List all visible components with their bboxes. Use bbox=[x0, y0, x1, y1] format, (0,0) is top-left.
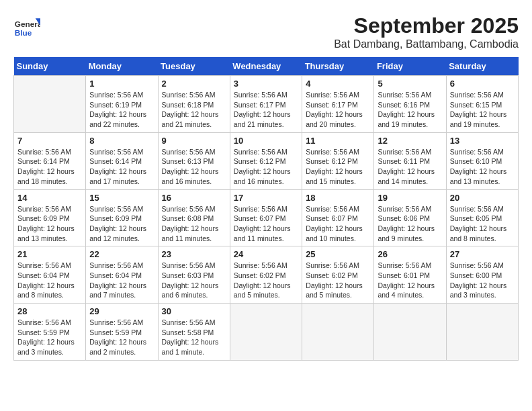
day-number: 23 bbox=[162, 249, 226, 259]
day-number: 5 bbox=[378, 79, 442, 89]
day-info: Sunrise: 5:56 AM Sunset: 6:02 PM Dayligh… bbox=[234, 261, 298, 300]
day-info: Sunrise: 5:56 AM Sunset: 6:14 PM Dayligh… bbox=[89, 147, 154, 187]
day-info: Sunrise: 5:56 AM Sunset: 6:17 PM Dayligh… bbox=[306, 90, 370, 130]
weekday-header-saturday: Saturday bbox=[446, 57, 518, 76]
calendar-cell: 20Sunrise: 5:56 AM Sunset: 6:05 PM Dayli… bbox=[446, 189, 518, 246]
day-info: Sunrise: 5:56 AM Sunset: 6:01 PM Dayligh… bbox=[378, 261, 442, 300]
day-info: Sunrise: 5:56 AM Sunset: 6:02 PM Dayligh… bbox=[306, 261, 370, 300]
day-number: 19 bbox=[378, 193, 442, 203]
day-number: 16 bbox=[162, 193, 226, 203]
day-info: Sunrise: 5:56 AM Sunset: 6:04 PM Dayligh… bbox=[89, 261, 154, 300]
day-number: 30 bbox=[162, 306, 226, 316]
calendar-cell: 11Sunrise: 5:56 AM Sunset: 6:12 PM Dayli… bbox=[302, 132, 374, 189]
day-info: Sunrise: 5:56 AM Sunset: 6:08 PM Dayligh… bbox=[162, 204, 226, 244]
calendar-cell: 24Sunrise: 5:56 AM Sunset: 6:02 PM Dayli… bbox=[230, 246, 302, 304]
calendar-cell: 23Sunrise: 5:56 AM Sunset: 6:03 PM Dayli… bbox=[158, 246, 230, 304]
title-block: September 2025 Bat Dambang, Battambang, … bbox=[334, 13, 519, 50]
calendar-cell: 2Sunrise: 5:56 AM Sunset: 6:18 PM Daylig… bbox=[158, 76, 230, 133]
day-info: Sunrise: 5:56 AM Sunset: 6:07 PM Dayligh… bbox=[306, 204, 370, 244]
day-info: Sunrise: 5:56 AM Sunset: 6:04 PM Dayligh… bbox=[17, 261, 82, 300]
day-number: 3 bbox=[234, 79, 298, 89]
day-number: 12 bbox=[378, 136, 442, 146]
weekday-header-tuesday: Tuesday bbox=[158, 57, 230, 76]
calendar-cell: 17Sunrise: 5:56 AM Sunset: 6:07 PM Dayli… bbox=[230, 189, 302, 246]
day-info: Sunrise: 5:56 AM Sunset: 6:09 PM Dayligh… bbox=[89, 204, 154, 244]
day-number: 4 bbox=[306, 79, 370, 89]
calendar-cell: 13Sunrise: 5:56 AM Sunset: 6:10 PM Dayli… bbox=[446, 132, 518, 189]
day-number: 18 bbox=[306, 193, 370, 203]
calendar-cell: 1Sunrise: 5:56 AM Sunset: 6:19 PM Daylig… bbox=[86, 76, 158, 133]
weekday-header-friday: Friday bbox=[374, 57, 446, 76]
calendar-cell: 9Sunrise: 5:56 AM Sunset: 6:13 PM Daylig… bbox=[158, 132, 230, 189]
day-number: 24 bbox=[234, 249, 298, 259]
day-number: 7 bbox=[17, 136, 82, 146]
day-number: 1 bbox=[89, 79, 154, 89]
day-number: 26 bbox=[378, 249, 442, 259]
day-number: 17 bbox=[234, 193, 298, 203]
day-number: 10 bbox=[234, 136, 298, 146]
day-info: Sunrise: 5:56 AM Sunset: 5:59 PM Dayligh… bbox=[89, 318, 154, 357]
day-number: 15 bbox=[89, 193, 154, 203]
calendar-cell: 15Sunrise: 5:56 AM Sunset: 6:09 PM Dayli… bbox=[86, 189, 158, 246]
day-info: Sunrise: 5:56 AM Sunset: 6:13 PM Dayligh… bbox=[162, 147, 226, 187]
day-info: Sunrise: 5:56 AM Sunset: 5:59 PM Dayligh… bbox=[17, 318, 82, 357]
day-number: 11 bbox=[306, 136, 370, 146]
calendar-cell: 8Sunrise: 5:56 AM Sunset: 6:14 PM Daylig… bbox=[86, 132, 158, 189]
weekday-header-wednesday: Wednesday bbox=[230, 57, 302, 76]
day-info: Sunrise: 5:56 AM Sunset: 6:12 PM Dayligh… bbox=[234, 147, 298, 187]
calendar-cell: 18Sunrise: 5:56 AM Sunset: 6:07 PM Dayli… bbox=[302, 189, 374, 246]
calendar-cell bbox=[302, 304, 374, 361]
calendar-cell bbox=[14, 76, 86, 133]
calendar-week-1: 1Sunrise: 5:56 AM Sunset: 6:19 PM Daylig… bbox=[14, 76, 519, 133]
day-info: Sunrise: 5:56 AM Sunset: 6:05 PM Dayligh… bbox=[450, 204, 515, 244]
day-info: Sunrise: 5:56 AM Sunset: 6:15 PM Dayligh… bbox=[450, 90, 515, 130]
location-subtitle: Bat Dambang, Battambang, Cambodia bbox=[334, 38, 519, 50]
day-info: Sunrise: 5:56 AM Sunset: 6:18 PM Dayligh… bbox=[162, 90, 226, 130]
day-info: Sunrise: 5:56 AM Sunset: 6:14 PM Dayligh… bbox=[17, 147, 82, 187]
calendar-cell: 4Sunrise: 5:56 AM Sunset: 6:17 PM Daylig… bbox=[302, 76, 374, 133]
calendar-cell: 5Sunrise: 5:56 AM Sunset: 6:16 PM Daylig… bbox=[374, 76, 446, 133]
month-title: September 2025 bbox=[334, 13, 519, 38]
day-info: Sunrise: 5:56 AM Sunset: 6:19 PM Dayligh… bbox=[89, 90, 154, 130]
day-info: Sunrise: 5:56 AM Sunset: 5:58 PM Dayligh… bbox=[162, 318, 226, 357]
calendar-cell: 27Sunrise: 5:56 AM Sunset: 6:00 PM Dayli… bbox=[446, 246, 518, 304]
calendar-week-5: 28Sunrise: 5:56 AM Sunset: 5:59 PM Dayli… bbox=[14, 304, 519, 361]
day-number: 28 bbox=[17, 306, 82, 316]
day-info: Sunrise: 5:56 AM Sunset: 6:17 PM Dayligh… bbox=[234, 90, 298, 130]
calendar-cell: 26Sunrise: 5:56 AM Sunset: 6:01 PM Dayli… bbox=[374, 246, 446, 304]
day-number: 27 bbox=[450, 249, 515, 259]
calendar-table: SundayMondayTuesdayWednesdayThursdayFrid… bbox=[13, 57, 519, 361]
day-number: 21 bbox=[17, 249, 82, 259]
day-number: 2 bbox=[162, 79, 226, 89]
day-number: 6 bbox=[450, 79, 515, 89]
day-number: 29 bbox=[89, 306, 154, 316]
day-number: 8 bbox=[89, 136, 154, 146]
day-number: 20 bbox=[450, 193, 515, 203]
calendar-cell: 3Sunrise: 5:56 AM Sunset: 6:17 PM Daylig… bbox=[230, 76, 302, 133]
day-info: Sunrise: 5:56 AM Sunset: 6:00 PM Dayligh… bbox=[450, 261, 515, 300]
calendar-cell: 28Sunrise: 5:56 AM Sunset: 5:59 PM Dayli… bbox=[14, 304, 86, 361]
calendar-cell: 30Sunrise: 5:56 AM Sunset: 5:58 PM Dayli… bbox=[158, 304, 230, 361]
day-number: 14 bbox=[17, 193, 82, 203]
day-info: Sunrise: 5:56 AM Sunset: 6:10 PM Dayligh… bbox=[450, 147, 515, 187]
logo: General Blue bbox=[13, 13, 43, 40]
calendar-cell: 19Sunrise: 5:56 AM Sunset: 6:06 PM Dayli… bbox=[374, 189, 446, 246]
calendar-cell: 29Sunrise: 5:56 AM Sunset: 5:59 PM Dayli… bbox=[86, 304, 158, 361]
calendar-week-2: 7Sunrise: 5:56 AM Sunset: 6:14 PM Daylig… bbox=[14, 132, 519, 189]
calendar-week-3: 14Sunrise: 5:56 AM Sunset: 6:09 PM Dayli… bbox=[14, 189, 519, 246]
calendar-cell: 10Sunrise: 5:56 AM Sunset: 6:12 PM Dayli… bbox=[230, 132, 302, 189]
calendar-cell: 6Sunrise: 5:56 AM Sunset: 6:15 PM Daylig… bbox=[446, 76, 518, 133]
day-info: Sunrise: 5:56 AM Sunset: 6:06 PM Dayligh… bbox=[378, 204, 442, 244]
calendar-cell: 14Sunrise: 5:56 AM Sunset: 6:09 PM Dayli… bbox=[14, 189, 86, 246]
weekday-header-row: SundayMondayTuesdayWednesdayThursdayFrid… bbox=[14, 57, 519, 76]
calendar-cell: 25Sunrise: 5:56 AM Sunset: 6:02 PM Dayli… bbox=[302, 246, 374, 304]
day-info: Sunrise: 5:56 AM Sunset: 6:12 PM Dayligh… bbox=[306, 147, 370, 187]
day-number: 9 bbox=[162, 136, 226, 146]
calendar-cell: 16Sunrise: 5:56 AM Sunset: 6:08 PM Dayli… bbox=[158, 189, 230, 246]
weekday-header-monday: Monday bbox=[86, 57, 158, 76]
day-info: Sunrise: 5:56 AM Sunset: 6:16 PM Dayligh… bbox=[378, 90, 442, 130]
calendar-cell: 22Sunrise: 5:56 AM Sunset: 6:04 PM Dayli… bbox=[86, 246, 158, 304]
page-header: General Blue September 2025 Bat Dambang,… bbox=[13, 13, 519, 50]
day-info: Sunrise: 5:56 AM Sunset: 6:03 PM Dayligh… bbox=[162, 261, 226, 300]
calendar-cell: 12Sunrise: 5:56 AM Sunset: 6:11 PM Dayli… bbox=[374, 132, 446, 189]
